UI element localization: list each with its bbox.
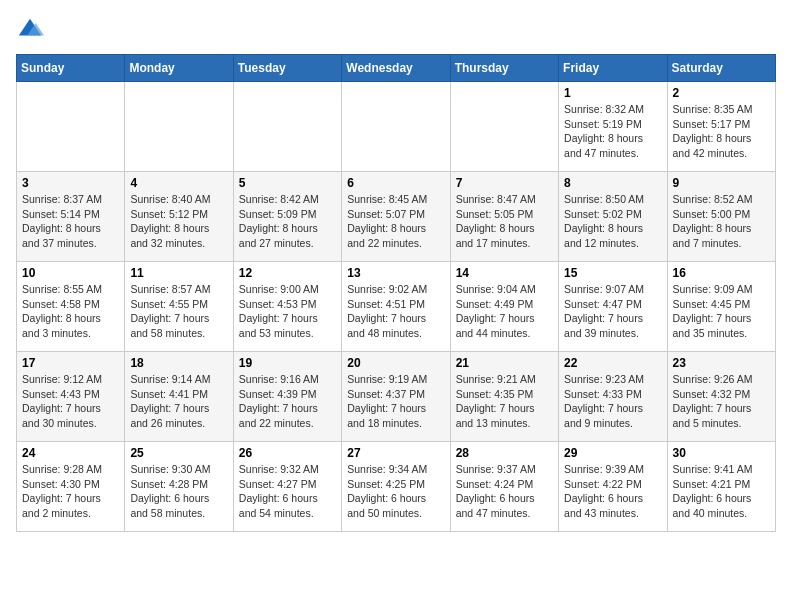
- day-number: 1: [564, 86, 661, 100]
- calendar-cell: 24Sunrise: 9:28 AM Sunset: 4:30 PM Dayli…: [17, 442, 125, 532]
- day-info: Sunrise: 9:41 AM Sunset: 4:21 PM Dayligh…: [673, 462, 770, 521]
- calendar-cell: [125, 82, 233, 172]
- day-info: Sunrise: 8:55 AM Sunset: 4:58 PM Dayligh…: [22, 282, 119, 341]
- day-info: Sunrise: 9:37 AM Sunset: 4:24 PM Dayligh…: [456, 462, 553, 521]
- logo: [16, 16, 48, 44]
- day-number: 15: [564, 266, 661, 280]
- calendar-cell: 14Sunrise: 9:04 AM Sunset: 4:49 PM Dayli…: [450, 262, 558, 352]
- day-number: 11: [130, 266, 227, 280]
- weekday-header-monday: Monday: [125, 55, 233, 82]
- calendar-week-3: 10Sunrise: 8:55 AM Sunset: 4:58 PM Dayli…: [17, 262, 776, 352]
- calendar-cell: 2Sunrise: 8:35 AM Sunset: 5:17 PM Daylig…: [667, 82, 775, 172]
- day-info: Sunrise: 9:21 AM Sunset: 4:35 PM Dayligh…: [456, 372, 553, 431]
- calendar-cell: 13Sunrise: 9:02 AM Sunset: 4:51 PM Dayli…: [342, 262, 450, 352]
- calendar-week-4: 17Sunrise: 9:12 AM Sunset: 4:43 PM Dayli…: [17, 352, 776, 442]
- day-info: Sunrise: 8:42 AM Sunset: 5:09 PM Dayligh…: [239, 192, 336, 251]
- day-number: 19: [239, 356, 336, 370]
- weekday-header-tuesday: Tuesday: [233, 55, 341, 82]
- day-number: 27: [347, 446, 444, 460]
- calendar-cell: 3Sunrise: 8:37 AM Sunset: 5:14 PM Daylig…: [17, 172, 125, 262]
- calendar-cell: 21Sunrise: 9:21 AM Sunset: 4:35 PM Dayli…: [450, 352, 558, 442]
- day-number: 7: [456, 176, 553, 190]
- calendar-week-5: 24Sunrise: 9:28 AM Sunset: 4:30 PM Dayli…: [17, 442, 776, 532]
- calendar-week-1: 1Sunrise: 8:32 AM Sunset: 5:19 PM Daylig…: [17, 82, 776, 172]
- day-info: Sunrise: 9:00 AM Sunset: 4:53 PM Dayligh…: [239, 282, 336, 341]
- day-info: Sunrise: 9:39 AM Sunset: 4:22 PM Dayligh…: [564, 462, 661, 521]
- day-info: Sunrise: 9:14 AM Sunset: 4:41 PM Dayligh…: [130, 372, 227, 431]
- weekday-header-sunday: Sunday: [17, 55, 125, 82]
- calendar-cell: 12Sunrise: 9:00 AM Sunset: 4:53 PM Dayli…: [233, 262, 341, 352]
- day-info: Sunrise: 9:26 AM Sunset: 4:32 PM Dayligh…: [673, 372, 770, 431]
- day-info: Sunrise: 8:47 AM Sunset: 5:05 PM Dayligh…: [456, 192, 553, 251]
- day-info: Sunrise: 9:16 AM Sunset: 4:39 PM Dayligh…: [239, 372, 336, 431]
- calendar-cell: 28Sunrise: 9:37 AM Sunset: 4:24 PM Dayli…: [450, 442, 558, 532]
- calendar-cell: 5Sunrise: 8:42 AM Sunset: 5:09 PM Daylig…: [233, 172, 341, 262]
- day-number: 13: [347, 266, 444, 280]
- day-info: Sunrise: 9:09 AM Sunset: 4:45 PM Dayligh…: [673, 282, 770, 341]
- day-number: 6: [347, 176, 444, 190]
- day-info: Sunrise: 9:12 AM Sunset: 4:43 PM Dayligh…: [22, 372, 119, 431]
- weekday-header-thursday: Thursday: [450, 55, 558, 82]
- day-number: 21: [456, 356, 553, 370]
- day-number: 22: [564, 356, 661, 370]
- calendar-cell: 6Sunrise: 8:45 AM Sunset: 5:07 PM Daylig…: [342, 172, 450, 262]
- calendar-cell: 25Sunrise: 9:30 AM Sunset: 4:28 PM Dayli…: [125, 442, 233, 532]
- day-info: Sunrise: 8:40 AM Sunset: 5:12 PM Dayligh…: [130, 192, 227, 251]
- calendar-cell: 17Sunrise: 9:12 AM Sunset: 4:43 PM Dayli…: [17, 352, 125, 442]
- calendar: SundayMondayTuesdayWednesdayThursdayFrid…: [16, 54, 776, 532]
- day-number: 10: [22, 266, 119, 280]
- weekday-header-wednesday: Wednesday: [342, 55, 450, 82]
- day-number: 4: [130, 176, 227, 190]
- day-info: Sunrise: 8:37 AM Sunset: 5:14 PM Dayligh…: [22, 192, 119, 251]
- day-number: 17: [22, 356, 119, 370]
- calendar-cell: 22Sunrise: 9:23 AM Sunset: 4:33 PM Dayli…: [559, 352, 667, 442]
- calendar-week-2: 3Sunrise: 8:37 AM Sunset: 5:14 PM Daylig…: [17, 172, 776, 262]
- day-number: 29: [564, 446, 661, 460]
- day-number: 3: [22, 176, 119, 190]
- calendar-cell: 10Sunrise: 8:55 AM Sunset: 4:58 PM Dayli…: [17, 262, 125, 352]
- calendar-cell: 29Sunrise: 9:39 AM Sunset: 4:22 PM Dayli…: [559, 442, 667, 532]
- page-header: [16, 16, 776, 44]
- calendar-cell: 23Sunrise: 9:26 AM Sunset: 4:32 PM Dayli…: [667, 352, 775, 442]
- calendar-cell: 20Sunrise: 9:19 AM Sunset: 4:37 PM Dayli…: [342, 352, 450, 442]
- day-info: Sunrise: 9:23 AM Sunset: 4:33 PM Dayligh…: [564, 372, 661, 431]
- day-number: 24: [22, 446, 119, 460]
- calendar-cell: 1Sunrise: 8:32 AM Sunset: 5:19 PM Daylig…: [559, 82, 667, 172]
- day-number: 20: [347, 356, 444, 370]
- day-info: Sunrise: 8:35 AM Sunset: 5:17 PM Dayligh…: [673, 102, 770, 161]
- day-info: Sunrise: 9:19 AM Sunset: 4:37 PM Dayligh…: [347, 372, 444, 431]
- calendar-cell: 18Sunrise: 9:14 AM Sunset: 4:41 PM Dayli…: [125, 352, 233, 442]
- calendar-cell: 11Sunrise: 8:57 AM Sunset: 4:55 PM Dayli…: [125, 262, 233, 352]
- day-number: 9: [673, 176, 770, 190]
- day-info: Sunrise: 8:32 AM Sunset: 5:19 PM Dayligh…: [564, 102, 661, 161]
- calendar-cell: [233, 82, 341, 172]
- calendar-cell: [17, 82, 125, 172]
- day-number: 16: [673, 266, 770, 280]
- calendar-cell: [450, 82, 558, 172]
- day-number: 12: [239, 266, 336, 280]
- day-number: 8: [564, 176, 661, 190]
- weekday-header-saturday: Saturday: [667, 55, 775, 82]
- calendar-cell: 26Sunrise: 9:32 AM Sunset: 4:27 PM Dayli…: [233, 442, 341, 532]
- day-info: Sunrise: 9:28 AM Sunset: 4:30 PM Dayligh…: [22, 462, 119, 521]
- logo-icon: [16, 16, 44, 44]
- day-number: 14: [456, 266, 553, 280]
- calendar-cell: 15Sunrise: 9:07 AM Sunset: 4:47 PM Dayli…: [559, 262, 667, 352]
- day-info: Sunrise: 8:50 AM Sunset: 5:02 PM Dayligh…: [564, 192, 661, 251]
- calendar-cell: 7Sunrise: 8:47 AM Sunset: 5:05 PM Daylig…: [450, 172, 558, 262]
- day-info: Sunrise: 8:57 AM Sunset: 4:55 PM Dayligh…: [130, 282, 227, 341]
- day-info: Sunrise: 9:30 AM Sunset: 4:28 PM Dayligh…: [130, 462, 227, 521]
- day-info: Sunrise: 9:02 AM Sunset: 4:51 PM Dayligh…: [347, 282, 444, 341]
- day-number: 18: [130, 356, 227, 370]
- day-info: Sunrise: 9:34 AM Sunset: 4:25 PM Dayligh…: [347, 462, 444, 521]
- day-number: 30: [673, 446, 770, 460]
- calendar-cell: 27Sunrise: 9:34 AM Sunset: 4:25 PM Dayli…: [342, 442, 450, 532]
- day-number: 25: [130, 446, 227, 460]
- calendar-cell: 16Sunrise: 9:09 AM Sunset: 4:45 PM Dayli…: [667, 262, 775, 352]
- day-info: Sunrise: 8:52 AM Sunset: 5:00 PM Dayligh…: [673, 192, 770, 251]
- day-info: Sunrise: 9:04 AM Sunset: 4:49 PM Dayligh…: [456, 282, 553, 341]
- day-number: 2: [673, 86, 770, 100]
- calendar-cell: 9Sunrise: 8:52 AM Sunset: 5:00 PM Daylig…: [667, 172, 775, 262]
- day-number: 26: [239, 446, 336, 460]
- calendar-cell: [342, 82, 450, 172]
